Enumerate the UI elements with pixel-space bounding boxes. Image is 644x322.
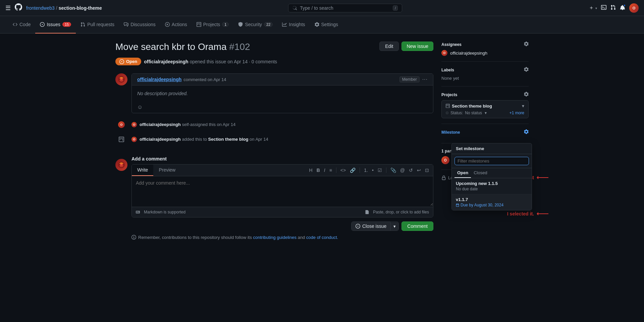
commenter-avatar [115,73,127,85]
repo-owner[interactable]: frontendweb3 [26,5,55,11]
project-chevron-icon[interactable]: ▾ [522,103,524,109]
comment-author[interactable]: officialrajdeepsingh [137,77,181,82]
path-separator: / [56,5,57,11]
assignee-name[interactable]: officialrajdeepsingh [450,51,487,56]
top-nav-center: Type / to search / [105,4,586,12]
svg-point-3 [121,78,122,79]
toolbar-attach[interactable]: 📎 [389,167,397,174]
nav-pull-requests[interactable]: Pull requests [76,16,119,34]
author-link[interactable]: officialrajdeepsingh [144,59,188,64]
preview-tab[interactable]: Preview [153,165,181,176]
write-tab[interactable]: Write [132,165,153,176]
assign-event-avatar: O [118,121,125,128]
milestone-item-2[interactable]: v1.1.7 Due by August 30, 2024 [452,194,532,210]
hamburger-menu[interactable]: ☰ [5,4,11,12]
project-inline-avatar: O [131,137,137,142]
milestone-closed-tab[interactable]: Closed [471,168,490,178]
code-of-conduct-link[interactable]: code of conduct. [306,235,338,240]
timeline-event-assign-row: O O officialrajdeepsingh self-assigned t… [115,119,433,133]
toolbar-quote[interactable]: ≡ [328,167,333,174]
toolbar-bold[interactable]: B [315,167,321,174]
assign-inline-avatar: O [131,122,137,127]
projects-gear-icon[interactable] [524,92,529,98]
toolbar-undo[interactable]: ↩ [416,167,422,174]
issue-header: Move search kbr to Orama #102 Edit New i… [115,42,433,52]
project-status: Status: No status ▾ +1 more [446,111,524,115]
svg-marker-9 [537,176,538,179]
toolbar-heading[interactable]: H [308,167,314,174]
repo-nav: Code Issues 15 Pull requests Discussions… [0,16,644,34]
plus-icon: ＋ [589,5,594,10]
nav-code[interactable]: Code [8,16,35,34]
status-badge: Open [115,58,141,65]
toolbar-ordered-list[interactable]: 1. [363,167,369,174]
nav-actions[interactable]: Actions [160,16,192,34]
new-issue-button[interactable]: New issue [401,42,433,51]
toolbar-fullscreen[interactable]: ⊡ [424,167,430,174]
assign-author-link[interactable]: officialrajdeepsingh [140,122,181,127]
github-logo[interactable] [15,3,22,12]
comment-time: commented on Apr 14 [183,77,226,82]
project-author-link[interactable]: officialrajdeepsingh [140,137,181,142]
repo-name[interactable]: section-blog-theme [59,5,102,11]
milestone-due-1: No due date [456,187,528,191]
terminal-icon[interactable] [601,5,606,11]
nav-insights[interactable]: Insights [277,16,310,34]
close-issue-main-button[interactable]: Close issue [352,222,390,231]
projects-icon [197,22,201,27]
create-button[interactable]: ＋ ▾ [589,4,597,11]
milestone-open-tab[interactable]: Open [454,168,471,178]
top-nav-right: ＋ ▾ O [589,3,639,13]
comment-textarea[interactable] [132,176,433,206]
notifications-icon[interactable] [620,5,625,11]
nav-security[interactable]: Security 22 [233,16,277,34]
project-plus-more[interactable]: +1 more [509,111,524,115]
project-status-label: Status: [450,111,463,115]
main-layout: Move search kbr to Orama #102 Edit New i… [107,34,537,248]
user-avatar[interactable]: O [629,3,639,13]
add-comment-section: Add a comment Write Preview H B I ≡ [115,156,433,240]
comment-more-button[interactable]: ··· [422,76,428,82]
projects-count: 1 [222,22,229,27]
comment-submit-button[interactable]: Comment [401,221,433,231]
labels-gear-icon[interactable] [524,67,529,73]
top-nav: ☰ frontendweb3 / section-blog-theme Type… [0,0,644,16]
milestone-gear-icon[interactable] [524,129,529,135]
nav-projects[interactable]: Projects 1 [192,16,234,34]
toolbar-code[interactable]: <> [339,167,347,174]
comment-author-avatar [115,159,127,171]
toolbar-italic[interactable]: I [323,167,327,174]
contributing-guidelines-link[interactable]: contributing guidelines [253,235,297,240]
pull-request-icon[interactable] [610,5,616,11]
toolbar-task-list[interactable]: ☑ [376,167,383,174]
assignees-gear-icon[interactable] [524,42,529,47]
nav-issues[interactable]: Issues 15 [35,16,76,34]
search-kbd: / [393,5,398,11]
toolbar-reference[interactable]: ↺ [408,167,414,174]
lock-icon [441,176,446,180]
comment-box: officialrajdeepsingh commented on Apr 14… [131,73,433,113]
timeline-event-assign: O officialrajdeepsingh self-assigned thi… [131,119,235,130]
edit-button[interactable]: Edit [379,42,399,51]
labels-header: Labels [441,67,529,73]
toolbar-mention[interactable]: @ [399,167,406,174]
toolbar-unordered-list[interactable]: • [371,167,375,174]
close-issue-dropdown-button[interactable]: ▾ [390,222,398,231]
project-status-value: No status [465,111,482,115]
participant-avatar-1[interactable]: O [441,156,449,164]
nav-actions-label: Actions [172,22,187,27]
settings-icon [315,22,319,27]
toolbar-link[interactable]: 🔗 [348,167,357,174]
nav-discussions[interactable]: Discussions [119,16,160,34]
milestone-item-1[interactable]: Upcoming new 1.1.5 No due date [452,178,532,194]
editor-toolbar: H B I ≡ <> 🔗 1. • ☑ [305,165,433,176]
nav-settings[interactable]: Settings [310,16,343,34]
sidebar-milestone: Milestone Set milestone Open Closed [441,124,529,143]
global-search[interactable]: Type / to search / [288,4,402,12]
milestone-filter-input[interactable] [454,157,529,165]
project-status-chevron[interactable]: ▾ [485,111,487,115]
sidebar-projects: Projects Section theme blog ▾ Status: No [441,86,529,124]
comment-header: officialrajdeepsingh commented on Apr 14… [132,74,433,85]
milestone-header: Milestone [441,129,529,135]
emoji-reaction-button[interactable]: ☺ [137,104,143,110]
